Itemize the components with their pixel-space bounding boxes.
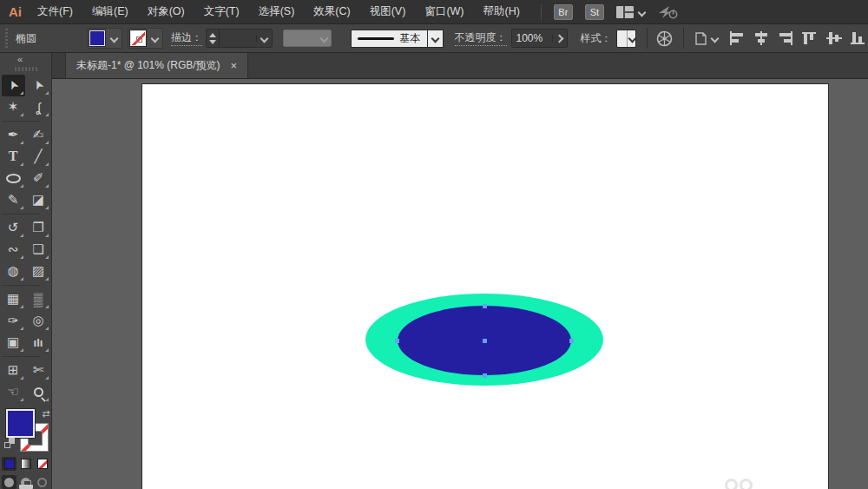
menu-item-help[interactable]: 帮助(H) [483,4,520,19]
artboard[interactable] [141,83,829,489]
horizontal-align-left-button[interactable] [727,29,746,48]
anchor-point[interactable] [395,339,399,343]
menu-item-file[interactable]: 文件(F) [37,4,73,19]
fill-proxy[interactable] [6,409,35,438]
brush-definition-preview[interactable]: 基本 [351,30,428,48]
line-segment-tool[interactable]: ╱ [27,146,50,168]
brush-definition-control[interactable]: 基本 [351,30,444,48]
pen-tool[interactable]: ✒ [2,124,25,146]
none-button[interactable] [35,457,49,471]
canvas[interactable] [52,79,868,489]
menu-item-effect[interactable]: 效果(C) [313,4,350,19]
shape-builder-tool[interactable]: ◍ [2,261,25,282]
horizontal-align-center-button[interactable] [752,29,771,48]
magic-wand-tool[interactable]: ✶ [2,96,25,118]
symbol-sprayer-tool[interactable]: ▣ [2,332,25,354]
scale-tool[interactable]: ❐ [27,217,50,239]
brush-definition-dropdown[interactable] [428,30,444,48]
gpu-performance-icon[interactable] [657,4,678,20]
menu-item-window[interactable]: 窗口(W) [424,4,464,19]
curvature-tool[interactable]: ✍ [27,124,50,146]
width-tool[interactable]: ∾ [2,239,25,261]
hand-tool-icon: ☜ [7,384,18,400]
gradient-tool[interactable]: ▒ [27,288,50,310]
draw-inside-button[interactable] [35,475,49,489]
illustrator-window: Ai 文件(F)编辑(E)对象(O)文字(T)选择(S)效果(C)视图(V)窗口… [0,0,868,489]
mesh-tool[interactable]: ▦ [2,288,25,310]
eraser-tool-icon: ◪ [32,192,44,208]
ellipse-tool[interactable] [2,168,25,189]
fill-color-button[interactable] [87,28,122,49]
opacity-expand-arrow[interactable] [552,35,567,42]
hand-tool[interactable]: ☜ [2,381,25,403]
document-tab[interactable]: 未标题-1* @ 101% (RGB/预览) × [65,53,248,78]
gradient-button[interactable] [18,457,33,471]
color-button[interactable] [2,457,16,471]
chevron-down-icon [110,35,117,42]
opacity-field[interactable]: 100% [511,29,568,48]
opacity-value[interactable]: 100% [512,32,552,44]
fill-stroke-indicator: ⇄ [2,408,50,452]
stroke-color-button[interactable] [128,28,163,49]
menu-item-select[interactable]: 选择(S) [259,4,295,19]
shaper-tool[interactable]: ✎ [2,189,25,211]
artboard-tool[interactable]: ⊞ [2,360,25,381]
screen-mode-button[interactable] [19,485,33,489]
toolbar-grip[interactable] [15,67,37,70]
shape-options-button[interactable] [694,31,718,46]
menu-item-type[interactable]: 文字(T) [204,4,240,19]
rotate-tool-icon: ↺ [8,220,19,235]
column-graph-tool[interactable]: ılı [27,332,50,354]
swap-fill-stroke-icon[interactable]: ⇄ [42,408,49,420]
anchor-point[interactable] [483,373,487,378]
workspace-switcher[interactable] [616,6,645,18]
toolbar-collapse-button[interactable]: « [0,53,51,65]
zoom-tool[interactable] [27,381,50,403]
stroke-weight-label[interactable]: 描边： [171,30,202,46]
symbol-sprayer-tool-icon: ▣ [7,334,19,350]
ellipse-tool-icon [6,174,21,183]
recolor-artwork-button[interactable] [656,30,673,47]
stock-button[interactable]: St [585,4,604,20]
anchor-point[interactable] [569,339,574,343]
type-tool[interactable]: T [2,146,25,168]
opacity-label[interactable]: 不透明度： [455,30,507,46]
menu-item-edit[interactable]: 编辑(E) [92,4,128,19]
style-label: 样式： [581,31,612,46]
stroke-weight-stepper[interactable] [207,30,220,47]
line-segment-tool-icon: ╱ [34,149,42,164]
column-graph-tool-icon: ılı [34,336,43,349]
vertical-align-bottom-button[interactable] [849,29,868,48]
graphic-style-dropdown[interactable] [616,30,636,48]
vertical-align-center-button[interactable] [825,29,844,48]
anchor-point[interactable] [483,304,487,308]
lasso-tool[interactable]: ʆ [27,96,50,118]
menu-item-view[interactable]: 视图(V) [370,4,406,19]
controlbar-grip[interactable] [5,29,8,48]
vertical-align-top-button[interactable] [800,29,819,48]
close-icon[interactable]: × [231,59,238,72]
blend-tool[interactable]: ◎ [27,310,50,332]
horizontal-align-right-button[interactable] [776,29,795,48]
graphic-style-chevron[interactable] [628,30,635,47]
stroke-weight-field[interactable] [206,29,273,48]
stroke-weight-dropdown[interactable] [256,35,272,42]
perspective-grid-tool[interactable]: ▨ [27,261,50,282]
rotate-tool[interactable]: ↺ [2,217,25,239]
fill-color-swatch [89,30,105,46]
paintbrush-tool[interactable]: ✐ [27,168,50,189]
default-fill-stroke-icon[interactable] [4,438,15,448]
bridge-button[interactable]: Br [554,4,573,20]
magic-wand-tool-icon: ✶ [8,99,19,115]
anchor-point[interactable] [483,339,487,343]
slice-tool[interactable]: ✄ [27,360,50,381]
free-transform-tool[interactable]: ❏ [27,239,50,261]
eraser-tool[interactable]: ◪ [27,189,50,211]
gradient-tool-icon: ▒ [34,292,43,307]
eyedropper-tool[interactable]: ✑ [2,310,25,332]
menu-item-object[interactable]: 对象(O) [148,4,185,19]
recolor-artwork-icon [656,30,673,47]
selection-tool[interactable]: ➤ [2,75,25,96]
direct-selection-tool[interactable]: ➤ [27,75,50,96]
draw-normal-button[interactable] [2,475,16,489]
